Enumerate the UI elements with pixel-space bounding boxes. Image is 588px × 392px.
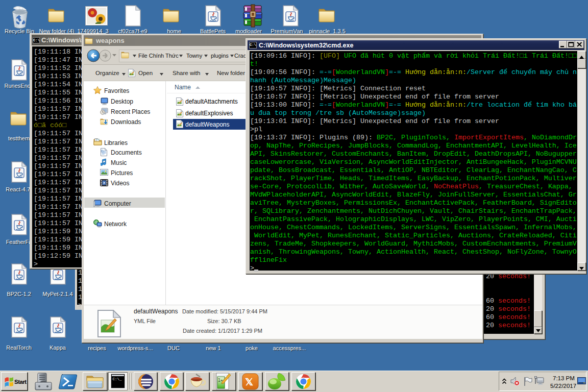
- svg-text:𝕏: 𝕏: [245, 376, 253, 387]
- svg-text:C:\_: C:\_: [113, 377, 122, 381]
